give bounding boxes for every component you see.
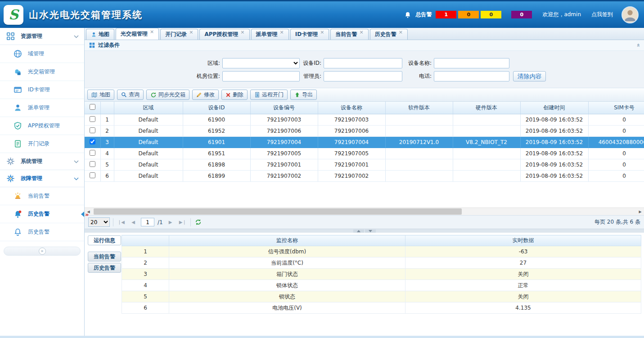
col-sim[interactable]: SIM卡号: [588, 102, 644, 114]
row-checkbox[interactable]: [90, 139, 95, 144]
col-region[interactable]: 区域: [114, 102, 183, 114]
sidebar-item-dispatch[interactable]: 派单管理: [0, 99, 84, 117]
tab-id-card[interactable]: ID卡管理 ×: [290, 29, 329, 40]
last-page-button[interactable]: ▶❘: [178, 218, 187, 227]
map-button[interactable]: 地图: [87, 90, 114, 100]
close-icon[interactable]: ×: [240, 29, 244, 35]
export-button[interactable]: 导出: [290, 90, 317, 100]
col-device-no[interactable]: 设备编号: [250, 102, 318, 114]
sidebar-collapse-button[interactable]: »: [4, 247, 81, 256]
close-icon[interactable]: ×: [189, 29, 193, 35]
expand-up-button[interactable]: [353, 230, 364, 233]
monitor-row[interactable]: 3 箱门状态 关闭: [122, 269, 641, 280]
search-button[interactable]: 查询: [117, 90, 144, 100]
sidebar-group-resource[interactable]: 资源管理: [0, 28, 84, 45]
device-name-input[interactable]: [434, 58, 509, 68]
table-row[interactable]: 5Default 618987921907001 7921907001 2019…: [85, 159, 644, 170]
row-checkbox[interactable]: [90, 116, 95, 122]
monitor-row[interactable]: 4 锁体状态 正常: [122, 280, 641, 291]
row-checkbox[interactable]: [90, 161, 95, 167]
pagination-bar: 20 ❘◀ ◀ /1 ▶ ▶❘ 每页 20 条,共 6 条: [85, 215, 644, 229]
sidebar-item-notifications[interactable]: 历史告警: [0, 223, 84, 241]
page-number-input[interactable]: [141, 218, 154, 226]
manager-input[interactable]: [324, 71, 402, 81]
detail-tab-history-alarms[interactable]: 历史告警: [88, 263, 121, 273]
monitor-row[interactable]: 2 当前温度(°C) 27: [122, 257, 641, 269]
sidebar-item-app-auth[interactable]: APP授权管理: [0, 117, 84, 135]
sidebar-item-current-alarms[interactable]: 当前告警: [0, 187, 84, 205]
alarm-count-minor[interactable]: 0: [481, 11, 501, 18]
clear-content-button[interactable]: 清除内容: [513, 71, 546, 81]
phone-input[interactable]: [434, 71, 509, 81]
sidebar-item-domain[interactable]: 域管理: [0, 45, 84, 63]
tab-label: 开门记录: [165, 31, 187, 38]
panel-splitter[interactable]: [85, 229, 644, 233]
device-id-input[interactable]: [324, 58, 402, 68]
row-checkbox[interactable]: [90, 127, 95, 133]
sidebar-group-fault[interactable]: 故障管理: [0, 170, 84, 187]
close-icon[interactable]: ×: [320, 29, 324, 35]
triangle-up-icon: [357, 230, 360, 232]
alarm-count-critical[interactable]: 1: [436, 11, 456, 18]
tab-history-alarms[interactable]: 历史告警 ×: [370, 29, 408, 40]
select-all-checkbox[interactable]: [90, 104, 95, 110]
remote-open-button[interactable]: 远程开门: [250, 90, 288, 100]
collapse-panel-icon[interactable]: »: [634, 43, 641, 47]
sidebar-group-label: 资源管理: [21, 32, 42, 40]
monitor-row[interactable]: 1 信号强度(dbm) -63: [122, 246, 641, 257]
prev-page-button[interactable]: ◀: [129, 218, 138, 227]
first-page-button[interactable]: ❘◀: [117, 218, 126, 227]
tab-app-auth[interactable]: APP授权管理 ×: [199, 29, 249, 40]
monitor-row[interactable]: 5 锁状态 关闭: [122, 291, 641, 302]
row-checkbox[interactable]: [90, 150, 95, 156]
detail-tab-runtime-info[interactable]: 运行信息: [88, 235, 121, 245]
scroll-right-arrow-icon[interactable]: ▶: [636, 208, 644, 215]
table-row[interactable]: 6Default 618997921907002 7921907002 2019…: [85, 170, 644, 181]
room-location-input[interactable]: [222, 71, 300, 81]
signin-link[interactable]: 点我签到: [591, 11, 613, 18]
sidebar-item-door-records[interactable]: 开门记录: [0, 135, 84, 153]
tab-optical-box-mgmt[interactable]: 光交箱管理 ×: [116, 28, 159, 40]
scrollbar-thumb[interactable]: [94, 208, 462, 215]
close-icon[interactable]: ×: [150, 29, 154, 35]
panel-expand-arrow-icon[interactable]: »: [85, 211, 89, 218]
col-device-id[interactable]: 设备ID: [183, 102, 250, 114]
collapse-down-button[interactable]: [365, 230, 376, 233]
table-row[interactable]: 4Default 619517921907005 7921907005 2019…: [85, 148, 644, 159]
close-icon[interactable]: ×: [280, 29, 284, 35]
horizontal-scrollbar[interactable]: ◀ ▶: [85, 207, 644, 215]
alarm-count-major[interactable]: 0: [458, 11, 479, 18]
table-row[interactable]: 1Default 619007921907003 7921907003 2019…: [85, 114, 644, 125]
phone-label: 电话:: [402, 72, 434, 80]
refresh-button[interactable]: [194, 218, 203, 227]
close-icon[interactable]: ×: [359, 29, 363, 35]
edit-button[interactable]: 修改: [192, 90, 219, 100]
page-size-select[interactable]: 20: [88, 217, 110, 227]
sidebar-item-id-card[interactable]: ID卡管理: [0, 81, 84, 99]
user-avatar[interactable]: [621, 6, 639, 23]
sidebar-item-optical-box[interactable]: 光交箱管理: [0, 63, 84, 81]
monitor-row[interactable]: 6 电池电压(V) 4.135: [122, 302, 641, 314]
delete-button[interactable]: 删除: [221, 90, 248, 100]
close-icon[interactable]: ×: [399, 29, 403, 35]
tab-map[interactable]: 地图: [86, 29, 114, 40]
next-page-button[interactable]: ▶: [166, 218, 175, 227]
col-created[interactable]: 创建时间: [520, 102, 588, 114]
device-name-label: 设备名称:: [402, 59, 434, 67]
region-select[interactable]: [222, 58, 300, 68]
col-device-name[interactable]: 设备名称: [318, 102, 385, 114]
fault-gear-icon: [6, 174, 15, 183]
col-hw-version[interactable]: 硬件版本: [453, 102, 520, 114]
tab-current-alarms[interactable]: 当前告警 ×: [330, 29, 368, 40]
row-checkbox[interactable]: [90, 172, 95, 178]
alarm-count-warning[interactable]: 0: [511, 11, 532, 18]
sync-button[interactable]: 同步光交箱: [146, 90, 189, 100]
detail-tab-current-alarms[interactable]: 当前告警: [88, 252, 121, 261]
table-row-selected[interactable]: 3Default 619017921907004 792190700420190…: [85, 136, 644, 148]
table-row[interactable]: 2Default 619527921907006 7921907006 2019…: [85, 125, 644, 136]
tab-dispatch[interactable]: 派单管理 ×: [251, 29, 289, 40]
sidebar-group-system[interactable]: 系统管理: [0, 153, 84, 170]
col-sw-version[interactable]: 软件版本: [385, 102, 453, 114]
sidebar-item-history-alarms[interactable]: 历史告警: [0, 205, 84, 223]
tab-door-records[interactable]: 开门记录 ×: [160, 29, 198, 40]
